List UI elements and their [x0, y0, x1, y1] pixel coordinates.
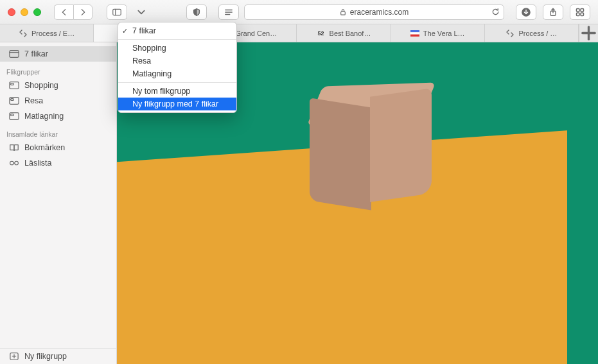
svg-rect-24 — [11, 99, 13, 101]
sidebar-readinglist[interactable]: Läslista — [0, 155, 116, 171]
sidebar-group-matlagning[interactable]: Matlagning — [0, 108, 116, 124]
sidebar-item-label: Bokmärken — [24, 143, 65, 152]
tabgroup-icon — [9, 96, 19, 105]
svg-rect-14 — [410, 30, 419, 32]
dropdown-separator — [118, 39, 236, 40]
tabgroup-icon — [9, 81, 19, 90]
svg-rect-10 — [581, 8, 584, 12]
dropdown-separator — [118, 82, 236, 83]
sidebar-item-label: Resa — [24, 96, 43, 105]
sidebar-item-label: Ny flikgrupp — [24, 352, 67, 361]
sidebar-item-label: 7 flikar — [24, 49, 48, 58]
svg-rect-19 — [10, 51, 19, 58]
svg-rect-26 — [11, 114, 13, 116]
sidebar-toggle-button[interactable] — [107, 4, 127, 20]
reload-icon[interactable] — [491, 8, 500, 16]
flag-icon — [410, 29, 419, 38]
52-icon: 52 — [317, 29, 326, 38]
window-toolbar: eraceramics.com — [0, 0, 598, 24]
dropdown-item-label: 7 flikar — [132, 26, 156, 35]
sidebar-item-label: Läslista — [24, 159, 51, 168]
tab-bar: Process / E… Grand Cen… 52 Best Banof… T… — [0, 24, 598, 42]
plus-square-icon — [9, 352, 19, 361]
tab[interactable]: Process / E… — [0, 24, 94, 42]
toolbar-right — [516, 4, 590, 20]
sidebar-section-links: Insamlade länkar — [0, 124, 116, 140]
address-field[interactable]: eraceramics.com — [244, 4, 504, 20]
book-icon — [9, 143, 19, 152]
sidebar-item-label: Matlagning — [24, 112, 64, 121]
tab-label: Process / E… — [31, 30, 75, 37]
sidebar-item-label: Shopping — [24, 81, 58, 90]
window-icon — [9, 49, 19, 58]
tab[interactable]: Process / … — [485, 24, 579, 42]
tab-label: The Vera L… — [423, 30, 465, 37]
main: 7 flikar Flikgrupper Shopping Resa Matla… — [0, 42, 598, 364]
svg-rect-5 — [340, 12, 345, 15]
svg-point-28 — [15, 161, 19, 165]
compress-icon — [506, 29, 514, 38]
tab-group-menu-button[interactable] — [132, 4, 150, 20]
sidebar-group-resa[interactable]: Resa — [0, 93, 116, 108]
glasses-icon — [9, 159, 19, 168]
lock-icon — [340, 8, 346, 16]
svg-point-27 — [10, 161, 14, 165]
dropdown-item-shopping[interactable]: Shopping — [118, 42, 236, 55]
downloads-button[interactable] — [516, 4, 536, 20]
tab-group-dropdown: 7 flikar Shopping Resa Matlagning Ny tom… — [118, 22, 237, 113]
sidebar-group-shopping[interactable]: Shopping — [0, 78, 116, 93]
dropdown-item-label: Ny tom flikgrupp — [132, 87, 190, 96]
compress-icon — [19, 29, 28, 38]
dropdown-item-label: Resa — [132, 56, 151, 65]
tab-label: Best Banof… — [330, 30, 371, 37]
svg-rect-22 — [11, 83, 13, 85]
content-image — [310, 81, 432, 209]
svg-rect-11 — [577, 13, 580, 16]
nav-back-forward — [54, 4, 92, 20]
dropdown-item-matlagning[interactable]: Matlagning — [118, 67, 236, 80]
fullscreen-window-button[interactable] — [33, 8, 41, 16]
dropdown-item-label: Ny flikgrupp med 7 flikar — [132, 100, 218, 108]
svg-rect-16 — [410, 34, 419, 36]
address-bar: eraceramics.com — [218, 4, 504, 20]
dropdown-item-label: Matlagning — [132, 69, 171, 78]
sidebar-bookmarks[interactable]: Bokmärken — [0, 140, 116, 155]
close-window-button[interactable] — [8, 8, 15, 16]
new-tab-button[interactable] — [579, 24, 598, 42]
svg-rect-9 — [577, 8, 580, 12]
tab-label: Process / … — [518, 30, 557, 37]
dropdown-item-resa[interactable]: Resa — [118, 55, 236, 67]
dropdown-item-new-with-tabs[interactable]: Ny flikgrupp med 7 flikar — [118, 98, 236, 110]
sidebar-current-tabs[interactable]: 7 flikar — [0, 46, 116, 62]
forward-button[interactable] — [73, 4, 92, 20]
tabgroup-icon — [9, 112, 19, 121]
svg-rect-12 — [581, 13, 584, 16]
dropdown-item-current[interactable]: 7 flikar — [118, 24, 236, 37]
tab[interactable]: 52 Best Banof… — [297, 24, 391, 42]
sidebar: 7 flikar Flikgrupper Shopping Resa Matla… — [0, 42, 117, 364]
reader-button[interactable] — [218, 4, 239, 20]
sidebar-section-groups: Flikgrupper — [0, 62, 116, 78]
svg-rect-15 — [410, 32, 419, 34]
tab-label: Grand Cen… — [235, 30, 277, 37]
sidebar-new-group-button[interactable]: Ny flikgrupp — [0, 349, 116, 364]
share-button[interactable] — [543, 4, 563, 20]
tab[interactable]: The Vera L… — [391, 24, 485, 42]
dropdown-item-new-empty[interactable]: Ny tom flikgrupp — [118, 85, 236, 98]
privacy-report-button[interactable] — [186, 4, 207, 20]
minimize-window-button[interactable] — [21, 8, 28, 16]
address-host: eraceramics.com — [350, 8, 409, 17]
back-button[interactable] — [54, 4, 73, 20]
traffic-lights — [8, 8, 41, 16]
svg-rect-0 — [113, 9, 121, 15]
content-image — [567, 42, 598, 364]
dropdown-item-label: Shopping — [132, 44, 166, 53]
tab-overview-button[interactable] — [570, 4, 590, 20]
